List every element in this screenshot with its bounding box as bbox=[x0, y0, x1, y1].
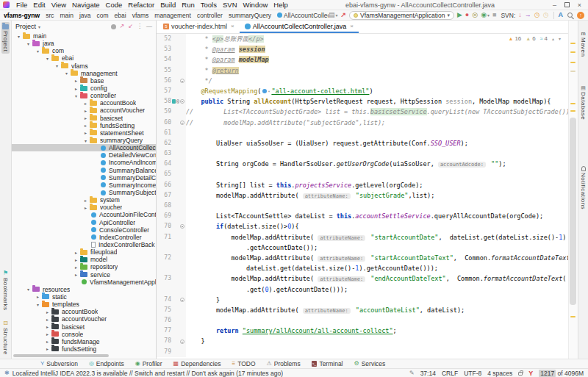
update-project-icon[interactable]: ↓ bbox=[518, 12, 522, 18]
gutter[interactable]: 56 bbox=[157, 76, 186, 86]
profile-icon[interactable]: ● bbox=[465, 12, 469, 18]
gutter[interactable]: 74 bbox=[157, 295, 186, 305]
run-with-coverage-icon[interactable]: ◉▾ bbox=[481, 12, 490, 18]
request-mapping-icon[interactable] bbox=[172, 99, 176, 104]
tree-item-statementSheet[interactable]: ▸statementSheet bbox=[12, 129, 156, 137]
tree-item-ConsoleController[interactable]: ConsoleController bbox=[12, 226, 156, 234]
commit-icon[interactable]: → bbox=[525, 12, 531, 18]
menu-run[interactable]: Run bbox=[179, 1, 197, 9]
code-line-57[interactable]: 57 @RequestMapping(▾"all-account-collect… bbox=[157, 86, 568, 96]
gutter[interactable]: 71 bbox=[157, 232, 186, 243]
chevron-down-icon[interactable]: ▾ bbox=[38, 24, 40, 29]
horizontal-scrollbar[interactable] bbox=[13, 354, 109, 357]
breadcrumb-item-AllAccountCollectController[interactable]: AllAccountCollectController bbox=[277, 12, 329, 19]
menu-svn[interactable]: SVN bbox=[220, 1, 240, 9]
fold-icon[interactable] bbox=[180, 121, 184, 125]
code-line-54[interactable]: 54 * @param modelMap bbox=[157, 54, 568, 65]
locate-file-icon[interactable] bbox=[111, 24, 116, 29]
tree-item-com[interactable]: ▾com bbox=[12, 47, 156, 54]
code-line-63[interactable]: 63 bbox=[157, 148, 568, 159]
tool-tab-structure[interactable]: ⊟Structure bbox=[1, 318, 10, 357]
tree-item-management[interactable]: ▾management bbox=[12, 70, 156, 77]
code-line-56[interactable]: 56 */ bbox=[157, 76, 568, 86]
menu-build[interactable]: Build bbox=[157, 1, 179, 9]
tab-AllAccountCollectController.java[interactable]: AllAccountCollectController.java× bbox=[240, 21, 359, 33]
code-line-72[interactable]: 72 modelMap.addAttribute( attributeName:… bbox=[157, 253, 568, 263]
tree-item-ebai[interactable]: ▾ebai bbox=[12, 54, 156, 62]
inspection-typo[interactable]: ≈4 bbox=[540, 35, 548, 42]
menu-edit[interactable]: Edit bbox=[30, 1, 48, 9]
tree-item-summaryQuery[interactable]: ▾summaryQuery bbox=[12, 137, 156, 144]
tree-item-java[interactable]: ▾java bbox=[12, 40, 156, 47]
toolwindow-profiler[interactable]: ◉Profiler bbox=[135, 360, 162, 367]
stripe-mark[interactable] bbox=[570, 103, 576, 104]
toolwindow-todo[interactable]: ≡TODO bbox=[232, 360, 256, 367]
code-line-wrap[interactable]: dateList.get(dateList.size()-1).getAccou… bbox=[157, 263, 568, 273]
fold-icon[interactable] bbox=[180, 99, 184, 104]
gutter[interactable]: 67 bbox=[157, 190, 186, 201]
readonly-lock-icon[interactable] bbox=[518, 372, 523, 376]
line-separator[interactable]: CRLF bbox=[442, 370, 458, 377]
update-available-icon[interactable]: ↑ bbox=[577, 12, 584, 19]
breadcrumb-item-main[interactable]: main bbox=[60, 12, 73, 19]
tree-item-IndexController[interactable]: IndexController bbox=[12, 234, 156, 241]
tree-item-fundsSetting[interactable]: ▸fundsSetting bbox=[12, 345, 156, 353]
tree-item-main[interactable]: ▾main bbox=[12, 32, 156, 40]
gutter[interactable]: 68 bbox=[157, 201, 186, 211]
gutter[interactable]: 53 bbox=[157, 44, 186, 54]
stripe-mark[interactable] bbox=[570, 43, 576, 44]
tree-item-accountVoucher[interactable]: ▸accountVoucher bbox=[12, 107, 156, 114]
maximize-icon[interactable] bbox=[562, 1, 573, 10]
next-issue-icon[interactable]: ▾ bbox=[559, 36, 561, 41]
code-line-53[interactable]: 53 * @param session bbox=[157, 44, 568, 54]
more-options-icon[interactable]: ⋮ bbox=[137, 24, 143, 29]
tree-item-model[interactable]: ▸model bbox=[12, 256, 156, 263]
menu-help[interactable]: Help bbox=[270, 1, 291, 9]
stripe-mark[interactable] bbox=[570, 316, 576, 317]
tree-item-SummaryIncomeAndExper[interactable]: SummaryIncomeAndExper bbox=[12, 182, 156, 189]
code-line-70[interactable]: 70 if(dateList.size()>0){ bbox=[157, 221, 568, 231]
tree-item-ApiController[interactable]: ApiController bbox=[12, 219, 156, 226]
inspection-weak-warning[interactable]: ▲6 bbox=[526, 35, 535, 42]
breadcrumb-item-vfams-gynw[interactable]: vfams-gynw bbox=[4, 12, 40, 19]
tree-item-base[interactable]: ▸base bbox=[12, 77, 156, 85]
toolwindow-services[interactable]: ⚙Services bbox=[354, 360, 386, 367]
run-icon[interactable]: ▶ bbox=[457, 12, 462, 18]
gutter[interactable]: 78 bbox=[157, 336, 186, 346]
gutter[interactable]: 61 bbox=[157, 128, 186, 138]
code-area[interactable]: ▲16▲6≈4▴▾ 52 * <p>总账界面</p>53 * @param se… bbox=[157, 34, 568, 359]
menu-window[interactable]: Window bbox=[240, 1, 271, 9]
fold-icon[interactable] bbox=[180, 224, 184, 229]
code-line-75[interactable]: 75 modelMap.addAttribute( attributeName:… bbox=[157, 305, 568, 315]
file-encoding[interactable]: UTF-8 bbox=[464, 370, 481, 377]
breadcrumb-item-com[interactable]: com bbox=[97, 12, 109, 19]
toolwindow-problems[interactable]: ⚠Problems bbox=[267, 360, 301, 367]
fold-icon[interactable] bbox=[180, 79, 184, 83]
gutter[interactable]: 73 bbox=[157, 273, 186, 284]
code-line-71[interactable]: 71 modelMap.addAttribute( attributeName:… bbox=[157, 232, 568, 243]
search-icon[interactable] bbox=[567, 12, 573, 18]
window-layout-icon[interactable]: ▤▾ bbox=[329, 12, 338, 18]
toolwindow-endpoints[interactable]: ◎Endpoints bbox=[89, 360, 124, 367]
prev-issue-icon[interactable]: ▴ bbox=[552, 36, 554, 41]
gutter[interactable]: 63 bbox=[157, 148, 186, 159]
gutter[interactable]: 54 bbox=[157, 54, 186, 65]
gutter[interactable]: 77 bbox=[157, 326, 186, 336]
stripe-mark[interactable] bbox=[570, 51, 576, 53]
gutter[interactable]: 58@ bbox=[157, 96, 186, 107]
gutter[interactable]: 65 bbox=[157, 169, 186, 179]
close-icon[interactable]: × bbox=[231, 23, 234, 29]
close-icon[interactable]: × bbox=[574, 1, 585, 10]
status-message[interactable]: Localized IntelliJ IDEA 2022.3 is availa… bbox=[12, 370, 283, 377]
gutter[interactable] bbox=[157, 263, 186, 273]
project-panel-title[interactable]: Project bbox=[15, 23, 36, 30]
memory-indicator[interactable]: 1217 of 4096M bbox=[539, 370, 584, 377]
coverage-icon[interactable]: ◎ bbox=[472, 12, 478, 18]
code-line-59[interactable]: 59// List<TAccountSubjectGrade> list = t… bbox=[157, 107, 568, 117]
gutter[interactable]: 55 bbox=[157, 65, 186, 76]
run-configuration-select[interactable]: VfamsManagementApplication ▾ bbox=[349, 11, 454, 20]
gutter[interactable]: 79 bbox=[157, 347, 186, 357]
indent-style[interactable]: 4 spaces bbox=[487, 370, 512, 377]
breadcrumb-item-management[interactable]: management bbox=[154, 12, 191, 19]
tree-item-fundsManage[interactable]: ▸fundsManage bbox=[12, 338, 156, 345]
